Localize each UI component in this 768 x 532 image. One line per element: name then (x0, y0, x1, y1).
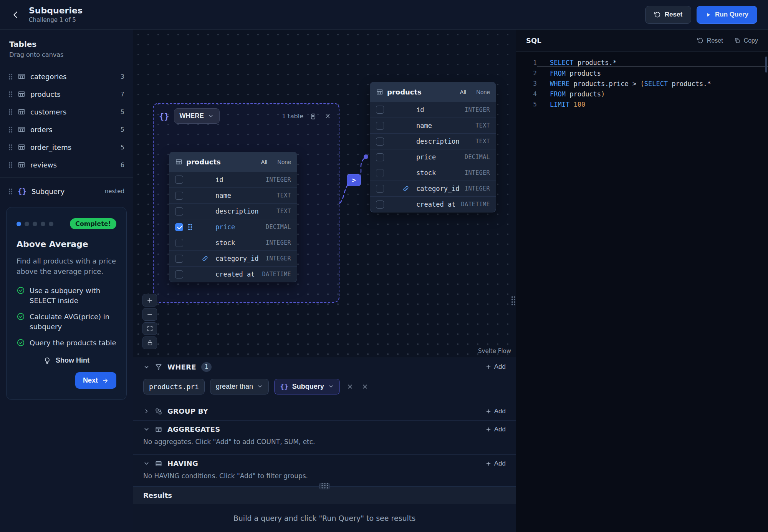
operator-node[interactable]: > (347, 174, 361, 186)
column-checkbox[interactable] (376, 106, 384, 114)
table-column-count: 5 (121, 126, 124, 133)
back-button[interactable] (11, 10, 20, 20)
drag-handle-icon[interactable] (8, 109, 13, 115)
show-hint-button[interactable]: Show Hint (17, 356, 116, 365)
sidebar-item-reviews[interactable]: reviews 6 (0, 156, 133, 174)
plus-icon (485, 426, 492, 433)
select-all-button[interactable]: All (261, 159, 267, 165)
column-row-id[interactable]: id INTEGER (169, 172, 297, 187)
select-none-button[interactable]: None (277, 159, 291, 165)
sidebar-item-products[interactable]: products 7 (0, 85, 133, 103)
drag-handle-icon[interactable] (8, 73, 13, 80)
subquery-notes-button[interactable] (308, 111, 318, 121)
run-query-button[interactable]: Run Query (697, 6, 757, 24)
column-row-description[interactable]: description TEXT (169, 203, 297, 219)
column-row-stock[interactable]: stock INTEGER (370, 165, 496, 181)
sidebar-item-customers[interactable]: customers 5 (0, 103, 133, 121)
where-remove-condition-button[interactable] (360, 382, 370, 391)
chevron-down-icon (208, 113, 214, 119)
sidebar-item-orders[interactable]: orders 5 (0, 121, 133, 138)
products-table-node[interactable]: products All None id INTEGER name TEXT d… (370, 82, 496, 212)
column-checkbox[interactable] (175, 176, 183, 184)
column-row-price[interactable]: price DECIMAL (370, 149, 496, 165)
drag-handle-icon[interactable] (8, 91, 13, 98)
where-value-dropdown[interactable]: {} Subquery (274, 379, 340, 394)
results-resize-handle[interactable] (319, 483, 330, 489)
sql-copy-label: Copy (744, 37, 758, 44)
column-checkbox[interactable] (376, 153, 384, 161)
subquery-close-button[interactable] (323, 111, 333, 121)
drag-handle-icon[interactable] (8, 162, 13, 168)
where-operator-dropdown[interactable]: greater than (210, 379, 269, 394)
column-checkbox[interactable] (376, 138, 384, 146)
fit-view-button[interactable] (142, 322, 157, 335)
column-row-stock[interactable]: stock INTEGER (169, 235, 297, 250)
zoom-out-button[interactable] (142, 308, 157, 321)
zoom-in-button[interactable] (142, 294, 157, 307)
column-row-category_id[interactable]: category_id INTEGER (370, 181, 496, 196)
sql-reset-button[interactable]: Reset (697, 37, 723, 44)
having-section-header[interactable]: HAVING Add (133, 454, 516, 472)
sql-code[interactable]: 1SELECT products.*2FROM products3WHERE p… (516, 52, 768, 532)
results-empty-state: Build a query and click "Run Query" to s… (133, 504, 516, 532)
drag-handle-icon[interactable] (8, 126, 13, 133)
column-checkbox[interactable] (376, 169, 384, 177)
aggregates-icon (155, 426, 162, 433)
column-row-price[interactable]: price DECIMAL (169, 219, 297, 235)
table-node-header[interactable]: products All None (370, 82, 496, 102)
table-node[interactable]: products All None id INTEGER name TEXT d… (169, 152, 297, 282)
table-name: customers (30, 108, 66, 116)
column-checkbox[interactable] (376, 122, 384, 130)
reset-button[interactable]: Reset (645, 6, 691, 24)
group-by-add-button[interactable]: Add (485, 408, 506, 415)
subquery-products-table-node[interactable]: products All None id INTEGER name TEXT d… (169, 152, 297, 282)
where-section-header[interactable]: WHERE 1 Add (133, 358, 516, 376)
sql-copy-button[interactable]: Copy (734, 37, 758, 44)
where-add-button[interactable]: Add (485, 363, 506, 371)
column-name: id (215, 176, 223, 184)
column-row-name[interactable]: name TEXT (169, 187, 297, 203)
column-checkbox[interactable] (175, 270, 183, 278)
column-drag-handle-icon[interactable] (188, 224, 192, 230)
progress-dot (25, 222, 29, 226)
column-row-created_at[interactable]: created_at DATETIME (370, 196, 496, 212)
results-empty-text: Build a query and click "Run Query" to s… (233, 514, 415, 522)
column-checkbox[interactable] (175, 223, 183, 231)
query-canvas[interactable]: {} WHERE 1 table (133, 30, 516, 358)
sql-line-1: 1SELECT products.* (516, 58, 768, 68)
column-checkbox[interactable] (175, 207, 183, 215)
aggregates-add-button[interactable]: Add (485, 426, 506, 433)
aggregates-section-header[interactable]: AGGREGATES Add (133, 420, 516, 438)
column-row-id[interactable]: id INTEGER (370, 102, 496, 118)
sidebar-item-subquery[interactable]: {} Subquery nested (0, 182, 133, 201)
drag-handle-icon[interactable] (8, 144, 13, 151)
column-checkbox[interactable] (376, 201, 384, 209)
lock-button[interactable] (142, 336, 157, 349)
select-none-button[interactable]: None (476, 89, 490, 95)
table-node-header[interactable]: products All None (169, 152, 297, 172)
panel-resize-handle[interactable] (511, 296, 516, 306)
column-row-category_id[interactable]: category_id INTEGER (169, 250, 297, 266)
table-node[interactable]: products All None id INTEGER name TEXT d… (370, 82, 496, 212)
group-by-section-header[interactable]: GROUP BY Add (133, 402, 516, 420)
chevron-down-icon (143, 364, 150, 370)
column-row-name[interactable]: name TEXT (370, 118, 496, 133)
having-add-button[interactable]: Add (485, 460, 506, 467)
column-row-description[interactable]: description TEXT (370, 133, 496, 149)
sidebar-item-categories[interactable]: categories 3 (0, 68, 133, 85)
chevron-down-icon (143, 460, 150, 467)
select-all-button[interactable]: All (460, 89, 466, 95)
sidebar-item-order_items[interactable]: order_items 5 (0, 138, 133, 156)
subquery-clause-dropdown[interactable]: WHERE (174, 108, 220, 124)
column-checkbox[interactable] (376, 185, 384, 193)
column-row-created_at[interactable]: created_at DATETIME (169, 266, 297, 282)
next-button[interactable]: Next (75, 372, 116, 389)
column-checkbox[interactable] (175, 255, 183, 263)
column-checkbox[interactable] (175, 239, 183, 247)
braces-icon: {} (159, 111, 169, 121)
where-clear-value-button[interactable] (345, 382, 355, 391)
column-checkbox[interactable] (175, 192, 183, 200)
drag-handle-icon[interactable] (8, 188, 13, 195)
scrollbar-thumb[interactable] (765, 56, 767, 73)
where-field-chip[interactable]: products.pri (143, 379, 205, 394)
